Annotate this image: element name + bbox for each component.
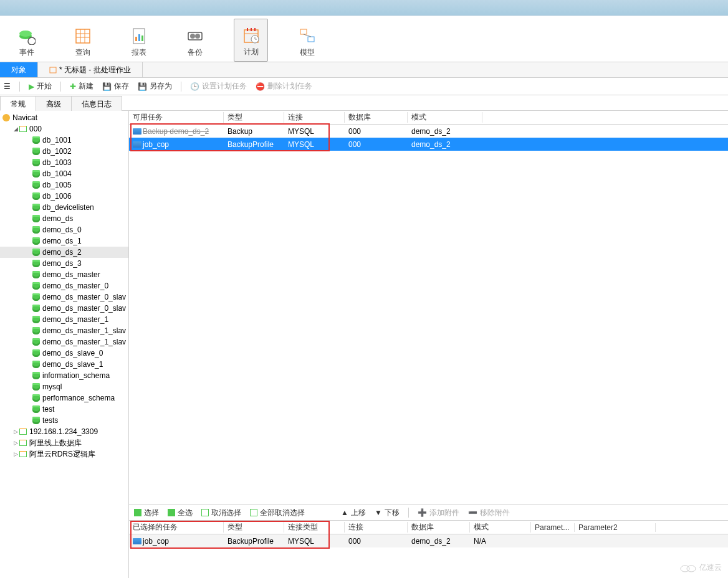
tree-item[interactable]: ◢000 [0,123,128,135]
tree-item[interactable]: demo_ds_master_1_slav [0,336,128,348]
selected-tasks-rows: job_cop BackupProfile MYSQL 000 demo_ds_… [129,534,728,578]
ribbon-backup[interactable]: 备份 [178,19,212,62]
start-button[interactable]: ▶开始 [29,81,52,92]
svg-rect-18 [251,28,252,31]
col-bschema[interactable]: 模式 [470,522,531,533]
event-icon [17,27,36,45]
ribbon-event[interactable]: 事件 [9,19,44,62]
tree-item[interactable]: demo_ds_slave_1 [0,359,128,370]
connection-tree[interactable]: Navicat◢000db_1001db_1002db_1003db_1004d… [0,111,128,461]
save-button[interactable]: 💾保存 [102,81,129,92]
col-bconntype[interactable]: 连接类型 [284,522,345,533]
tree-item[interactable]: db_1003 [0,157,128,168]
col-bp2[interactable]: Parameter2 [575,523,656,532]
tree-item[interactable]: demo_ds_master_0_slav [0,291,128,303]
plus-icon: ✚ [70,82,76,91]
attach-remove-icon: ➖ [468,508,477,517]
col-bconn[interactable]: 连接 [345,522,408,533]
tree-item[interactable]: demo_ds_0 [0,224,128,235]
svg-point-14 [195,34,200,39]
col-bp1[interactable]: Paramet... [531,523,575,532]
svg-rect-9 [135,37,137,41]
tree-item[interactable]: demo_ds_3 [0,258,128,269]
new-button[interactable]: ✚新建 [70,81,93,92]
tree-item[interactable]: demo_ds_2 [0,247,128,258]
col-conn[interactable]: 连接 [284,112,345,123]
tree-item[interactable]: demo_ds_slave_0 [0,348,128,359]
ribbon-model[interactable]: 模型 [290,19,324,62]
deselectall-button[interactable]: 全部取消选择 [250,508,305,518]
col-type[interactable]: 类型 [224,112,284,123]
tree-item[interactable]: test [0,404,128,415]
removeattach-button[interactable]: ➖移除附件 [468,508,510,518]
tree-item[interactable]: demo_ds_master [0,269,128,280]
tree-item[interactable]: ▷阿里云RDRS逻辑库 [0,448,128,460]
uncheckall-icon [250,509,257,516]
tree-item[interactable]: ▷阿里线上数据库 [0,437,128,448]
svg-rect-24 [308,37,314,42]
svg-rect-10 [138,34,140,41]
main-area: Navicat◢000db_1001db_1002db_1003db_1004d… [0,111,728,578]
tree-item[interactable]: db_1006 [0,191,128,202]
col-schema[interactable]: 模式 [408,112,482,123]
tab-batch[interactable]: * 无标题 - 批处理作业 [38,62,143,77]
tree-item[interactable]: Navicat [0,112,128,123]
tab-objects[interactable]: 对象 [0,62,38,77]
svg-line-25 [304,34,311,37]
selection-toolbar: 选择 全选 取消选择 全部取消选择 ▲上移 ▼下移 ➕添加附件 ➖移除附件 [129,505,728,521]
col-btype[interactable]: 类型 [224,522,284,533]
svg-point-1 [19,31,32,37]
available-tasks-rows: Backup demo_ds_2BackupMYSQL000demo_ds_2j… [129,125,728,505]
movedown-button[interactable]: ▼下移 [375,508,400,518]
svg-point-2 [28,37,36,45]
saveas-icon: 💾 [138,82,147,91]
tree-item[interactable]: ▷192.168.1.234_3309 [0,426,128,437]
moveup-button[interactable]: ▲上移 [341,508,366,518]
ribbon-label: 事件 [19,47,34,58]
tree-item[interactable]: performance_schema [0,392,128,404]
table-row[interactable]: Backup demo_ds_2BackupMYSQL000demo_ds_2 [129,125,728,138]
tree-item[interactable]: demo_ds_master_0 [0,280,128,291]
select-button[interactable]: 选择 [134,508,159,518]
tree-item[interactable]: db_1004 [0,168,128,179]
delete-schedule-button[interactable]: ⛔删除计划任务 [256,81,312,92]
tree-item[interactable]: demo_ds_1 [0,235,128,247]
subtab-strip: 常规 高级 信息日志 [0,95,728,111]
tree-item[interactable]: demo_ds [0,213,128,224]
ribbon-label: 备份 [188,47,203,58]
col-task[interactable]: 可用任务 [129,112,224,123]
tree-item[interactable]: tests [0,415,128,426]
ribbon-query[interactable]: 查询 [65,19,100,62]
col-db[interactable]: 数据库 [345,112,408,123]
subtab-advanced[interactable]: 高级 [36,96,72,111]
deselect-button[interactable]: 取消选择 [201,508,241,518]
subtab-general[interactable]: 常规 [0,96,36,111]
subtab-log[interactable]: 信息日志 [71,96,122,111]
selectall-button[interactable]: 全选 [168,508,193,518]
table-row[interactable]: job_cop BackupProfile MYSQL 000 demo_ds_… [129,534,728,547]
backup-icon [186,27,204,45]
tree-item[interactable]: db_1005 [0,179,128,191]
tabstrip: 对象 * 无标题 - 批处理作业 [0,62,728,78]
uncheck-icon [201,509,209,516]
menu-icon[interactable]: ☰ [4,82,11,91]
svg-rect-23 [300,29,307,34]
tree-item[interactable]: demo_ds_master_0_slav [0,303,128,314]
tree-item[interactable]: demo_ds_master_1_slav [0,325,128,336]
tree-item[interactable]: information_schema [0,370,128,381]
addattach-button[interactable]: ➕添加附件 [418,508,459,518]
play-icon: ▶ [29,82,34,91]
tree-item[interactable]: demo_ds_master_1 [0,314,128,325]
saveas-button[interactable]: 💾另存为 [138,81,172,92]
ribbon-label: 计划 [244,47,259,57]
table-row[interactable]: job_copBackupProfileMYSQL000demo_ds_2 [129,138,728,151]
ribbon-report[interactable]: 报表 [122,19,156,62]
col-seltask[interactable]: 已选择的任务 [129,522,224,533]
tree-item[interactable]: db_1002 [0,146,128,157]
tree-item[interactable]: db_devicelisten [0,202,128,213]
tree-item[interactable]: mysql [0,381,128,392]
set-schedule-button[interactable]: 🕒设置计划任务 [190,81,247,92]
ribbon-schedule[interactable]: 计划 [234,19,268,62]
col-bdb[interactable]: 数据库 [408,522,470,533]
tree-item[interactable]: db_1001 [0,135,128,146]
